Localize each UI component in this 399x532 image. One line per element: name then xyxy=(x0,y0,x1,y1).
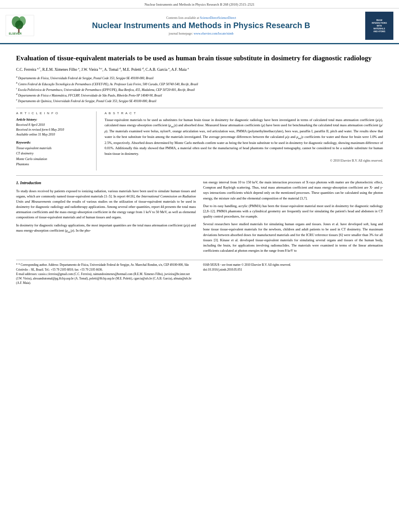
history-label: Article history: xyxy=(16,117,90,121)
svg-point-3 xyxy=(15,20,23,29)
journal-top-bar: Nuclear Instruments and Methods in Physi… xyxy=(0,0,399,8)
footnote-left: * * Corresponding author. Address: Depar… xyxy=(16,263,196,285)
article-title: Evaluation of tissue-equivalent material… xyxy=(16,54,383,63)
right-para-3: Several researchers have studied materia… xyxy=(203,222,383,253)
doi-line: doi:10.1016/j.nimb.2010.05.051 xyxy=(203,267,383,272)
journal-top-bar-text: Nuclear Instruments and Methods in Physi… xyxy=(144,2,254,6)
divider-2 xyxy=(16,175,383,176)
article-info-col: A R T I C L E I N F O Article history: R… xyxy=(16,111,97,170)
main-content: Evaluation of tissue-equivalent material… xyxy=(0,44,399,290)
sciencedirect-label: Contents lists available at ScienceDirec… xyxy=(37,16,365,20)
sciencedirect-link[interactable]: ScienceDirect xyxy=(200,16,218,20)
intro-para-2: In dosimetry for diagnostic radiology ap… xyxy=(16,223,196,234)
cover-text: BEAMINTERACTIONSWITHMATERIALSAND ATOMS xyxy=(372,19,387,33)
abstract-text: Tissue-equivalent materials to be used a… xyxy=(105,117,383,156)
journal-name: Nuclear Instruments and Methods in Physi… xyxy=(37,21,365,30)
article-history: Article history: Received 8 April 2010 R… xyxy=(16,117,90,137)
affiliations: a Departamento de Física, Universidade F… xyxy=(16,75,383,103)
svg-text:ELSEVIER: ELSEVIER xyxy=(9,32,22,35)
homepage-url[interactable]: www.elsevier.com/locate/nimb xyxy=(193,32,233,35)
journal-cover: BEAMINTERACTIONSWITHMATERIALSAND ATOMS xyxy=(365,12,394,40)
footnote-right: 0168-583X/$ - see front matter © 2010 El… xyxy=(203,263,383,285)
section1-title: 1. Introduction xyxy=(16,180,196,186)
bottom-footnote: * * Corresponding author. Address: Depar… xyxy=(16,260,383,285)
right-para-2: Due to its easy handling, acrylic (PMMA)… xyxy=(203,203,383,220)
keywords-label: Keywords: xyxy=(16,140,90,144)
copyright: © 2010 Elsevier B.V. All rights reserved… xyxy=(105,159,383,162)
journal-title-block: Contents lists available at ScienceDirec… xyxy=(37,16,365,35)
authors: C.C. Ferreira a,*, R.E.M. Ximenes Filho … xyxy=(16,67,383,72)
footnote-emails: cassio.c.ferreira@gmail.com (C.C. Ferrei… xyxy=(16,272,191,285)
history-text: Received 8 April 2010 Received in revise… xyxy=(16,123,90,137)
abstract-col: A B S T R A C T Tissue-equivalent materi… xyxy=(105,111,383,170)
keywords-list: Tissue-equivalent materials CT dosimetry… xyxy=(16,146,90,167)
abstract-heading: A B S T R A C T xyxy=(105,111,383,115)
footnote-star: * * Corresponding author. Address: Depar… xyxy=(16,263,189,271)
journal-homepage: journal homepage: www.elsevier.com/locat… xyxy=(37,32,365,35)
intro-para-1: To study doses received by patients expo… xyxy=(16,189,196,220)
article-info-abstract: A R T I C L E I N F O Article history: R… xyxy=(16,111,383,170)
body-section: 1. Introduction To study doses received … xyxy=(16,180,383,256)
issn-line: 0168-583X/$ - see front matter © 2010 El… xyxy=(203,263,383,267)
elsevier-logo: ELSEVIER xyxy=(5,14,37,37)
body-right-col: ton energy interval from 10 to 150 keV, … xyxy=(203,180,383,256)
footnote-email-label: E-mail addresses: xyxy=(16,272,37,276)
right-para-1: ton energy interval from 10 to 150 keV, … xyxy=(203,180,383,201)
keywords-section: Keywords: Tissue-equivalent materials CT… xyxy=(16,140,90,167)
article-info-heading: A R T I C L E I N F O xyxy=(16,111,90,115)
journal-header: ELSEVIER Contents lists available at Sci… xyxy=(0,8,399,44)
body-left-col: 1. Introduction To study doses received … xyxy=(16,180,196,256)
divider-1 xyxy=(16,108,383,108)
